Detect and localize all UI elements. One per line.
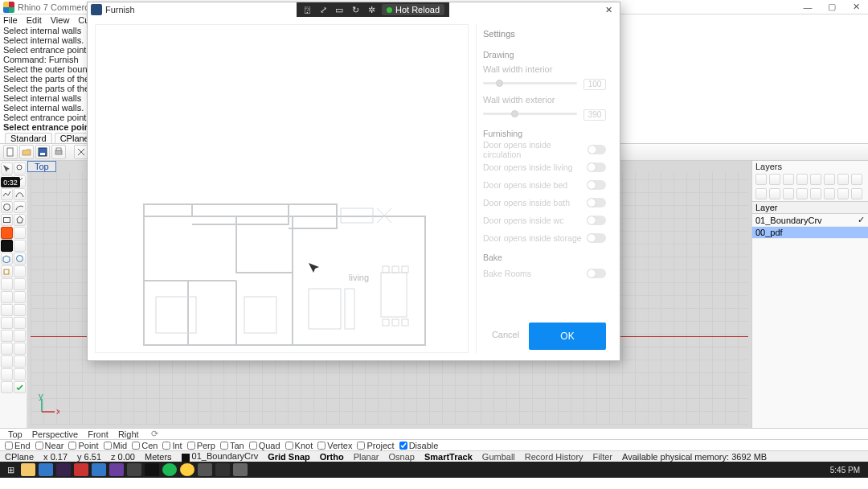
layer-icon[interactable]: [824, 188, 835, 199]
osnap-quad[interactable]: Quad: [249, 441, 280, 450]
print-icon[interactable]: [51, 145, 66, 159]
task-icon[interactable]: [56, 463, 71, 476]
highlighted-tool-icon[interactable]: [1, 227, 13, 239]
task-icon[interactable]: [109, 463, 124, 476]
osnap-tan[interactable]: Tan: [220, 441, 244, 450]
arc-icon[interactable]: [14, 201, 26, 213]
move-icon[interactable]: [1, 304, 13, 316]
layer-icon[interactable]: [783, 188, 794, 199]
layer-icon[interactable]: [837, 188, 849, 199]
task-icon[interactable]: [233, 463, 248, 476]
layer-icon[interactable]: [769, 174, 780, 185]
scale-icon[interactable]: [1, 317, 13, 329]
text-icon[interactable]: [1, 355, 13, 368]
window-maximize-button[interactable]: ▢: [820, 0, 844, 14]
osnap-disable[interactable]: Disable: [399, 441, 439, 450]
osnap-cen[interactable]: Cen: [132, 441, 158, 450]
toggle-gridsnap[interactable]: Grid Snap: [268, 452, 310, 462]
layer-icon[interactable]: [769, 188, 780, 199]
fillet-icon[interactable]: [1, 343, 13, 355]
dim-icon[interactable]: [14, 355, 26, 368]
layer-icon[interactable]: [810, 188, 821, 199]
task-icon[interactable]: [127, 463, 141, 476]
layer-row[interactable]: 01_BoundaryCrv ✓: [752, 214, 868, 227]
menu-view[interactable]: View: [51, 15, 70, 25]
array-icon[interactable]: [1, 330, 13, 342]
rotate-icon[interactable]: [14, 304, 26, 316]
dialog-close-button[interactable]: ✕: [600, 3, 616, 16]
wall-interior-slider[interactable]: [483, 82, 577, 84]
hatch-icon[interactable]: [1, 368, 13, 380]
osnap-int[interactable]: Int: [162, 441, 182, 450]
tool-icon[interactable]: [14, 240, 26, 252]
layer-icon[interactable]: [796, 174, 808, 185]
osnap-project[interactable]: Project: [357, 441, 394, 450]
wall-exterior-slider[interactable]: [483, 113, 577, 115]
tab-standard[interactable]: Standard: [5, 133, 52, 143]
sphere-icon[interactable]: [14, 253, 26, 265]
window-minimize-button[interactable]: —: [796, 0, 820, 14]
osnap-near[interactable]: Near: [35, 441, 64, 450]
toggle-osnap[interactable]: Osnap: [388, 452, 414, 462]
select-icon[interactable]: [1, 162, 13, 175]
circle-icon[interactable]: [1, 201, 13, 213]
polyline-icon[interactable]: [1, 188, 13, 200]
osnap-mid[interactable]: Mid: [104, 441, 128, 450]
layer-icon[interactable]: [810, 174, 821, 185]
viewtab-top[interactable]: Top: [8, 429, 23, 439]
toggle-smarttrack[interactable]: SmartTrack: [424, 452, 473, 462]
osnap-knot[interactable]: Knot: [285, 441, 313, 450]
rect-icon[interactable]: [1, 214, 13, 226]
status-layer[interactable]: 01_BoundaryCrv: [182, 451, 259, 461]
curve-icon[interactable]: [14, 188, 26, 200]
debug-icon[interactable]: ⤢: [317, 4, 329, 15]
task-icon[interactable]: [162, 463, 177, 476]
osnap-end[interactable]: End: [5, 441, 31, 450]
viewport-label[interactable]: Top: [27, 161, 56, 172]
trim-icon[interactable]: [1, 278, 13, 290]
osnap-perp[interactable]: Perp: [187, 441, 215, 450]
toggle-planar[interactable]: Planar: [354, 452, 379, 462]
layer-icon[interactable]: [755, 174, 767, 185]
offset-icon[interactable]: [14, 330, 26, 342]
chamfer-icon[interactable]: [14, 343, 26, 355]
task-icon[interactable]: [198, 463, 212, 476]
open-file-icon[interactable]: [19, 145, 34, 159]
dark-tool-icon[interactable]: [1, 240, 13, 252]
toggle-switch[interactable]: [587, 269, 606, 278]
layer-icon[interactable]: [755, 188, 767, 199]
toggle-switch[interactable]: [587, 233, 606, 243]
task-icon[interactable]: [215, 463, 230, 476]
floorplan-preview[interactable]: living: [95, 24, 469, 353]
cancel-button[interactable]: Cancel: [489, 323, 522, 347]
check-icon[interactable]: [14, 381, 26, 393]
debug-icon[interactable]: ✲: [366, 4, 377, 15]
debug-icon[interactable]: ⍰: [301, 4, 313, 15]
menu-file[interactable]: File: [3, 15, 18, 25]
debug-icon[interactable]: ▭: [334, 4, 345, 15]
group-icon[interactable]: [1, 381, 13, 393]
toggle-switch[interactable]: [587, 162, 606, 172]
toggle-history[interactable]: Record History: [525, 452, 583, 462]
viewtab-front[interactable]: Front: [88, 429, 108, 439]
task-icon[interactable]: [180, 463, 194, 476]
extrude-icon[interactable]: [1, 265, 13, 277]
lasso-icon[interactable]: [14, 162, 26, 175]
task-icon[interactable]: [74, 463, 88, 476]
layer-icon[interactable]: [783, 174, 794, 185]
toggle-switch[interactable]: [587, 198, 606, 208]
toggle-switch[interactable]: [588, 145, 606, 154]
viewtab-right[interactable]: Right: [118, 429, 139, 439]
split-icon[interactable]: [14, 278, 26, 290]
task-icon[interactable]: [21, 463, 35, 476]
box-icon[interactable]: [1, 253, 13, 265]
task-icon[interactable]: [92, 463, 106, 476]
task-icon[interactable]: [39, 463, 53, 476]
loft-icon[interactable]: [14, 265, 26, 277]
toggle-switch[interactable]: [587, 180, 606, 190]
wall-interior-value[interactable]: 100: [583, 79, 606, 90]
explode-icon[interactable]: [14, 291, 26, 303]
polygon-icon[interactable]: [14, 214, 26, 226]
toggle-ortho[interactable]: Ortho: [320, 452, 344, 462]
layer-icon[interactable]: [851, 174, 862, 185]
